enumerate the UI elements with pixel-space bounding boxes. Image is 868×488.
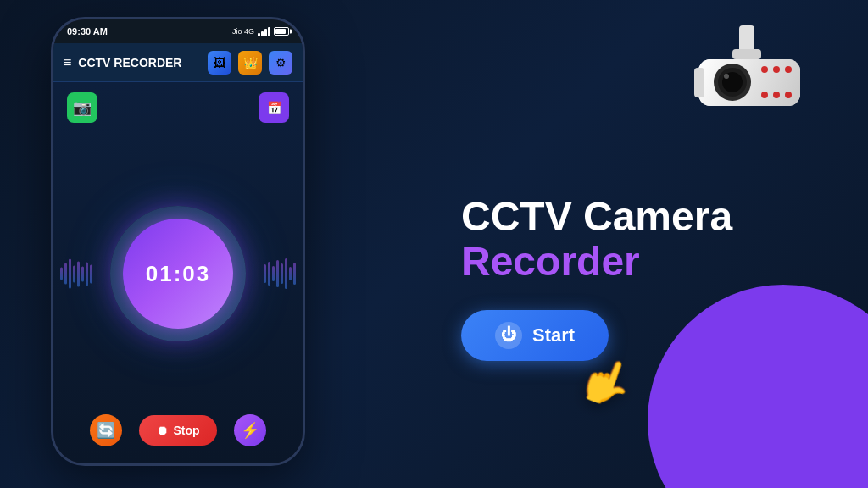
schedule-icon: 📅 bbox=[267, 101, 281, 114]
phone-content: 📷 📅 bbox=[53, 82, 303, 463]
wave-bar bbox=[268, 262, 270, 286]
carrier-text: Jio 4G bbox=[232, 27, 254, 36]
premium-button[interactable]: 👑 bbox=[238, 51, 262, 75]
lightning-icon: ⚡ bbox=[241, 421, 259, 440]
sound-wave-right bbox=[264, 258, 303, 289]
status-bar: 09:30 AM Jio 4G bbox=[53, 19, 303, 43]
wave-bar bbox=[81, 266, 84, 281]
gallery-icon: 🖼 bbox=[214, 56, 225, 69]
phone-mockup: 09:30 AM Jio 4G ≡ CCTV RECORDER � bbox=[51, 17, 322, 474]
sound-wave-left bbox=[53, 259, 92, 289]
headline-white: CCTV Camera bbox=[461, 195, 732, 240]
power-symbol: ⏻ bbox=[501, 326, 516, 344]
crown-icon: 👑 bbox=[243, 56, 258, 69]
wave-bar bbox=[69, 259, 71, 289]
svg-point-8 bbox=[761, 66, 768, 73]
signal-bars bbox=[258, 26, 270, 36]
bottom-controls: 🔄 ⏺ Stop ⚡ bbox=[90, 414, 265, 463]
timer-display: 01:03 bbox=[146, 261, 211, 287]
app-title: CCTV RECORDER bbox=[78, 56, 201, 69]
stop-label: Stop bbox=[173, 424, 199, 437]
record-icon: ⏺ bbox=[156, 424, 168, 437]
svg-point-12 bbox=[773, 92, 780, 98]
svg-point-9 bbox=[773, 66, 780, 73]
wave-bar bbox=[73, 265, 75, 282]
wave-bar bbox=[77, 261, 80, 286]
wave-bar bbox=[64, 263, 67, 285]
flash-button[interactable]: ⚡ bbox=[234, 414, 266, 446]
svg-point-7 bbox=[724, 74, 729, 79]
schedule-button[interactable]: 📅 bbox=[259, 92, 289, 123]
svg-point-13 bbox=[785, 92, 792, 98]
signal-bar-4 bbox=[268, 27, 270, 36]
app-bar-icons: 🖼 👑 ⚙ bbox=[208, 51, 292, 75]
wave-bar bbox=[86, 262, 88, 286]
battery-fill bbox=[275, 29, 286, 34]
wave-bar bbox=[272, 266, 275, 281]
top-actions: 📷 📅 bbox=[53, 82, 303, 133]
refresh-icon: 🔄 bbox=[97, 421, 115, 440]
menu-icon[interactable]: ≡ bbox=[64, 55, 71, 70]
power-icon: ⏻ bbox=[495, 322, 522, 349]
wave-bar bbox=[264, 264, 266, 283]
start-button-wrapper: ⏻ Start 👆 bbox=[461, 310, 609, 361]
signal-bar-2 bbox=[261, 31, 264, 36]
start-label: Start bbox=[532, 324, 575, 347]
phone-frame: 09:30 AM Jio 4G ≡ CCTV RECORDER � bbox=[51, 17, 305, 466]
green-camera-button[interactable]: 📷 bbox=[67, 92, 97, 123]
svg-rect-14 bbox=[694, 68, 704, 97]
wave-bar bbox=[276, 260, 279, 287]
battery-icon bbox=[274, 27, 289, 36]
timer-circle-outer: 01:03 bbox=[110, 206, 246, 341]
headline-purple: Recorder bbox=[461, 240, 640, 285]
settings-icon: ⚙ bbox=[275, 56, 287, 69]
stop-button[interactable]: ⏺ Stop bbox=[139, 415, 216, 446]
refresh-button[interactable]: 🔄 bbox=[90, 414, 122, 446]
status-time: 09:30 AM bbox=[67, 26, 108, 36]
camera-icon: 📷 bbox=[73, 98, 92, 117]
svg-point-10 bbox=[785, 66, 792, 73]
timer-section: 01:03 bbox=[53, 133, 303, 414]
wave-bar bbox=[60, 268, 63, 280]
wave-bar bbox=[289, 267, 292, 280]
svg-rect-1 bbox=[732, 49, 761, 59]
wave-bar bbox=[90, 264, 92, 283]
gallery-button[interactable]: 🖼 bbox=[208, 51, 231, 75]
signal-bar-3 bbox=[264, 29, 267, 36]
timer-circle-inner: 01:03 bbox=[123, 219, 233, 329]
svg-point-11 bbox=[761, 92, 768, 98]
wave-bar bbox=[281, 263, 283, 284]
settings-button[interactable]: ⚙ bbox=[269, 51, 292, 75]
wave-bar bbox=[285, 258, 287, 289]
signal-bar-1 bbox=[258, 33, 260, 36]
wave-bar bbox=[293, 263, 296, 285]
status-right: Jio 4G bbox=[232, 26, 289, 36]
cctv-camera-illustration bbox=[673, 25, 834, 139]
app-bar: ≡ CCTV RECORDER 🖼 👑 ⚙ bbox=[53, 43, 303, 82]
